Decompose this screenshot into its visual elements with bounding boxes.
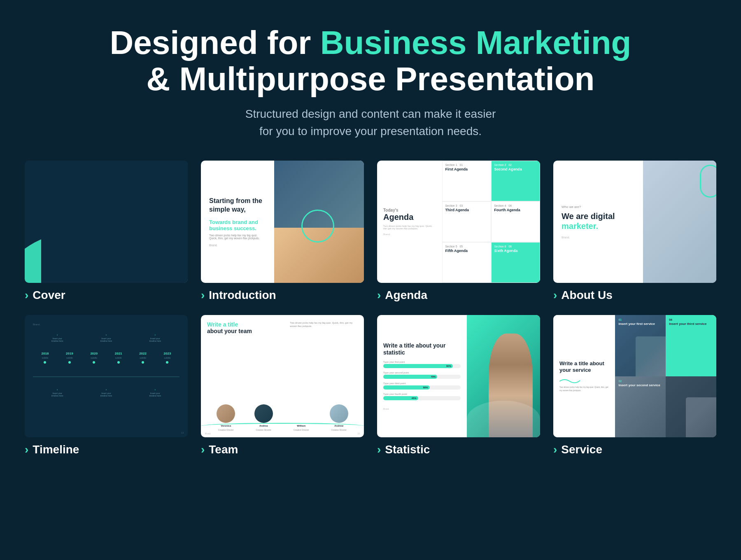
cover-body: Two driven jocks help fax my big quiz. Q…: [41, 161, 188, 279]
stat-brand: Brand.: [383, 408, 461, 410]
svc-cell-3: 02 Insert your second service: [615, 376, 666, 438]
slide-label-statistic: › Statistic: [377, 443, 540, 456]
intro-desc: Two driven jocks help fax my big quiz. Q…: [209, 234, 266, 240]
page-header: Designed for Business Marketing & Multip…: [0, 0, 741, 161]
avatar-william: [292, 404, 310, 423]
svc-img-1: [636, 336, 666, 376]
heading-accent: Business Marketing: [320, 24, 631, 61]
stat-bar-4: Type your fourth point 45%: [383, 393, 461, 400]
slide-label-agenda: › Agenda: [377, 289, 540, 302]
team-title: Write a title about your team: [207, 321, 252, 334]
stat-title: Write a title about your statistic: [383, 342, 461, 356]
agenda-cell-1: Section 1 01 First Agenda: [442, 161, 491, 201]
heading-line2: & Multipurpose Presentation: [147, 61, 595, 97]
slide-item-cover: Brand Starting from the simple way Two d…: [25, 161, 188, 302]
slide-label-about: › About Us: [553, 289, 716, 302]
chevron-icon: ›: [377, 443, 381, 456]
timeline-labels-top: ›Insert yourtimeline here ›Insert yourti…: [33, 334, 179, 342]
agenda-cell-6: Section 6 06 Sixth Agenda: [491, 242, 540, 283]
chevron-icon: ›: [25, 289, 28, 302]
slide-label-timeline: › Timeline: [25, 443, 188, 456]
timeline-labels-bottom: ›Insert yourtimeline here ›Insert yourti…: [33, 388, 179, 397]
chevron-icon: ›: [553, 443, 557, 456]
about-brand: Brand.: [562, 236, 635, 239]
avatar-veronica: [217, 404, 235, 423]
about-left: Who we are? We are digital marketer. Bra…: [553, 161, 643, 283]
slide-preview-service[interactable]: Write a title about your service Two dri…: [553, 315, 716, 437]
svc-cell-2: 04 Insert your third service: [666, 315, 716, 376]
service-title: Write a title about your service: [559, 360, 609, 373]
agenda-today: Today's: [383, 208, 436, 212]
intro-accent: Towards brand and business success.: [209, 219, 266, 231]
agenda-cell-3: Section 3 03 Third Agenda: [442, 201, 491, 242]
timeline-brand: Brand.: [33, 323, 179, 326]
svc-cell-1: 01 Insert your first service: [615, 315, 666, 376]
chevron-icon: ›: [377, 289, 381, 302]
slide-item-introduction: Starting from the simple way, Towards br…: [201, 161, 364, 302]
stat-left: Write a title about your statistic Type …: [377, 315, 467, 437]
slide-label-service: › Service: [553, 443, 716, 456]
intro-left: Starting from the simple way, Towards br…: [201, 161, 274, 283]
slide-preview-statistic[interactable]: Write a title about your statistic Type …: [377, 315, 540, 437]
main-heading: Designed for Business Marketing & Multip…: [41, 25, 700, 97]
slide-label-cover: › Cover: [25, 289, 188, 302]
agenda-title: Agenda: [383, 212, 436, 222]
service-wave-deco: [559, 377, 580, 383]
about-who: Who we are?: [562, 205, 635, 209]
intro-heading: Starting from the simple way,: [209, 197, 266, 214]
heading-plain: Designed for: [110, 24, 320, 61]
slide-label-text: Timeline: [33, 443, 79, 456]
stat-bar-3: Type your third point 60%: [383, 382, 461, 390]
chevron-icon: ›: [553, 289, 557, 302]
agenda-left: Today's Agenda Two driven jocks help fax…: [377, 161, 442, 283]
slide-label-introduction: › Introduction: [201, 289, 364, 302]
chevron-icon: ›: [201, 443, 205, 456]
team-curve-deco: [201, 423, 364, 429]
timeline-page: 13: [181, 432, 184, 434]
slide-label-text: Introduction: [209, 289, 276, 302]
service-left: Write a title about your service Two dri…: [553, 315, 615, 437]
service-right: 01 Insert your first service 04 Insert y…: [615, 315, 716, 437]
stat-bar-2: Type your second point 70%: [383, 371, 461, 379]
avatar-andrea: [254, 404, 273, 423]
slide-preview-about[interactable]: Who we are? We are digital marketer. Bra…: [553, 161, 716, 283]
slides-grid: Brand Starting from the simple way Two d…: [0, 161, 741, 481]
agenda-cell-4: Section 4 04 Fourth Agenda: [491, 201, 540, 242]
slide-preview-timeline[interactable]: Brand. ›Insert yourtimeline here ›Insert…: [25, 315, 188, 437]
slide-item-agenda: Today's Agenda Two driven jocks help fax…: [377, 161, 540, 302]
svc-cell-4: [666, 376, 716, 438]
chevron-icon: ›: [201, 289, 205, 302]
timeline-items: 2018subtitle 2019subtitle 2020subtitle 2…: [33, 352, 179, 364]
team-header: Write a title about your team Two driven…: [207, 321, 358, 334]
agenda-desc: Two driven jocks help fax my big quiz. Q…: [383, 225, 436, 230]
avatar-andrew: [330, 404, 348, 423]
about-right: [643, 161, 716, 283]
intro-right: [274, 161, 364, 283]
stat-right: [467, 315, 540, 437]
slide-preview-cover[interactable]: Brand Starting from the simple way Two d…: [25, 161, 188, 283]
slide-item-statistic: Write a title about your statistic Type …: [377, 315, 540, 456]
about-we-are: We are digital marketer.: [562, 211, 635, 231]
svc-img-4: [686, 397, 716, 437]
slide-item-service: Write a title about your service Two dri…: [553, 315, 716, 456]
slide-preview-team[interactable]: Write a title about your team Two driven…: [201, 315, 364, 437]
timeline-track: [33, 376, 179, 377]
slide-label-text: Team: [209, 443, 238, 456]
svc-img-3: [636, 397, 666, 437]
about-digital: marketer.: [562, 222, 598, 231]
slide-item-team: Write a title about your team Two driven…: [201, 315, 364, 456]
slide-label-text: Cover: [33, 289, 65, 302]
slide-label-text: Service: [561, 443, 602, 456]
agenda-brand: Brand.: [383, 233, 436, 236]
slide-label-team: › Team: [201, 443, 364, 456]
stat-bar-1: Type your first point 90%: [383, 361, 461, 368]
slide-label-text: Agenda: [385, 289, 427, 302]
stat-wave-deco: [467, 401, 540, 437]
slide-preview-agenda[interactable]: Today's Agenda Two driven jocks help fax…: [377, 161, 540, 283]
about-curve-deco: [700, 165, 716, 198]
team-desc: Two driven jocks help fax my big quiz. Q…: [290, 321, 358, 328]
team-page: 15: [357, 432, 360, 435]
intro-curve-deco: [301, 210, 334, 243]
slide-item-about: Who we are? We are digital marketer. Bra…: [553, 161, 716, 302]
slide-preview-introduction[interactable]: Starting from the simple way, Towards br…: [201, 161, 364, 283]
